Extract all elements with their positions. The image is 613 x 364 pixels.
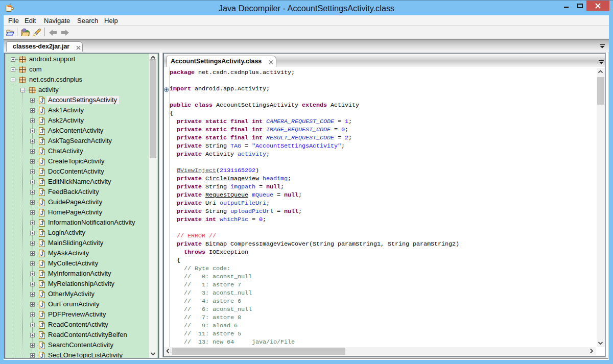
- svg-text:J: J: [40, 322, 43, 328]
- svg-text:J: J: [40, 271, 43, 277]
- svg-text:J: J: [40, 159, 43, 165]
- svg-text:J: J: [40, 343, 43, 349]
- svg-text:J: J: [40, 353, 43, 358]
- svg-text:J: J: [40, 281, 43, 287]
- svg-text:J: J: [40, 200, 43, 206]
- svg-text:J: J: [40, 230, 43, 236]
- svg-text:J: J: [40, 138, 43, 144]
- svg-text:J: J: [40, 128, 43, 134]
- svg-text:J: J: [40, 220, 43, 226]
- svg-text:J: J: [40, 98, 43, 104]
- svg-text:J: J: [40, 332, 43, 338]
- svg-text:J: J: [40, 261, 43, 267]
- svg-text:J: J: [40, 312, 43, 318]
- svg-text:J: J: [40, 240, 43, 247]
- svg-text:J: J: [40, 118, 43, 124]
- svg-text:J: J: [40, 179, 43, 185]
- svg-text:J: J: [40, 210, 43, 216]
- svg-text:J: J: [40, 189, 43, 196]
- svg-text:J: J: [40, 292, 43, 298]
- svg-text:J: J: [40, 302, 43, 308]
- svg-text:J: J: [40, 169, 43, 175]
- svg-text:J: J: [40, 251, 43, 257]
- svg-text:J: J: [40, 149, 43, 155]
- svg-text:J: J: [40, 108, 43, 114]
